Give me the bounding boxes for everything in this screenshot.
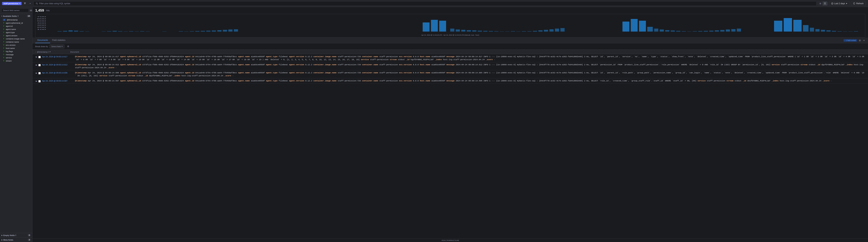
table-row: ▶ Apr 24, 2024 @ 09:00:14.606 @timestamp… <box>32 70 868 79</box>
sidebar-item-stream[interactable]: f stream <box>0 59 32 62</box>
refresh-btn[interactable]: Refresh <box>851 1 866 6</box>
time-range-btn[interactable]: Last 2 days ▾ <box>829 1 849 6</box>
grid-columns-btn[interactable]: ⊞ <box>858 38 861 42</box>
svg-rect-55 <box>494 31 498 32</box>
svg-rect-56 <box>500 31 504 32</box>
svg-rect-46 <box>439 21 446 32</box>
available-fields-header[interactable]: ▾ Available fields ℹ 14 <box>0 14 32 18</box>
svg-rect-99 <box>848 31 853 32</box>
sidebar: ≡ + ▾ Available fields ℹ 14 @ @timestamp… <box>0 7 32 242</box>
svg-rect-24 <box>129 31 133 32</box>
field-search-input[interactable] <box>1 8 29 12</box>
available-fields-count: 14 <box>27 15 31 17</box>
expand-row-3-btn[interactable]: ▶ <box>35 72 38 74</box>
sidebar-item-container-name[interactable]: f container.name <box>0 40 32 43</box>
svg-rect-25 <box>135 31 139 32</box>
column-settings-btn[interactable]: ≡ <box>863 38 865 42</box>
svg-rect-77 <box>682 31 686 32</box>
svg-rect-37 <box>201 31 205 32</box>
service-label: service <box>6 57 12 59</box>
svg-rect-75 <box>671 31 675 32</box>
filter-badge: ≡ <box>29 9 32 11</box>
kql-search-bar[interactable] <box>33 1 816 6</box>
chart-settings-icon-btn[interactable]: ⚙ <box>67 44 70 48</box>
svg-rect-83 <box>715 30 719 32</box>
histogram-time-label: Apr 22, 2024 @ 11:04:20.470 - Apr 24, 20… <box>37 33 864 36</box>
sidebar-item-host-name[interactable]: f host.name <box>0 47 32 50</box>
grid-view-btn[interactable]: ⊞ <box>818 2 823 5</box>
sidebar-item-message[interactable]: f message <box>0 53 32 56</box>
meta-fields-header[interactable]: ▶ Meta fields 3 <box>0 238 32 242</box>
timestamp-col-label: @timestamp <box>37 51 48 53</box>
agent-ephemeral-id-type-badge: f <box>3 22 5 24</box>
sidebar-item-agent-ephemeral-id[interactable]: f agent.ephemeral_id <box>0 21 32 25</box>
sidebar-item-agent-id[interactable]: f agent.id <box>0 25 32 28</box>
app-badge[interactable]: staff-permission ▾ <box>2 2 22 5</box>
row-timestamp-1: Apr 24, 2024 @ 09:00:14.617 <box>42 55 73 58</box>
sidebar-item-agent-type[interactable]: f agent.type <box>0 31 32 34</box>
sidebar-item-agent-version[interactable]: f agent.version <box>0 34 32 37</box>
row-actions-1: ▶ <box>35 55 41 58</box>
svg-rect-36 <box>195 31 199 32</box>
row-document-3: @timestamp Apr 24, 2024 @ 09:00:14.606 a… <box>75 71 865 77</box>
expand-row-1-btn[interactable]: ▶ <box>35 56 38 58</box>
svg-rect-26 <box>140 31 145 32</box>
svg-point-0 <box>30 3 31 4</box>
agent-type-label: agent.type <box>6 31 15 33</box>
svg-rect-53 <box>483 31 488 32</box>
table-header: ↓ @timestamp ℹ ▾ Document <box>32 50 868 54</box>
svg-line-2 <box>37 4 38 4</box>
select-field-btn[interactable]: Select field ▾ <box>50 44 64 49</box>
kql-input[interactable] <box>39 2 814 5</box>
row-actions-2: ▶ <box>35 63 41 66</box>
svg-rect-52 <box>478 31 482 32</box>
available-fields-arrow: ▾ <box>1 15 2 17</box>
svg-rect-11 <box>58 31 62 32</box>
svg-rect-40 <box>217 30 222 32</box>
row-checkbox-4[interactable] <box>38 80 41 83</box>
sidebar-item-service[interactable]: f service <box>0 56 32 59</box>
empty-fields-count: 0 <box>28 234 31 236</box>
expand-row-2-btn[interactable]: ▶ <box>35 64 38 66</box>
timestamp-type-badge: @ <box>3 19 6 21</box>
empty-fields-label: Empty fields <box>3 234 15 236</box>
svg-text:400: 400 <box>37 22 46 24</box>
svg-point-1 <box>36 3 37 4</box>
refresh-label: Refresh <box>856 2 864 5</box>
available-fields-info-icon: ℹ <box>18 15 19 17</box>
svg-rect-91 <box>803 25 808 32</box>
sidebar-item-log-flags[interactable]: f log.flags <box>0 50 32 53</box>
table-row: ▶ Apr 24, 2024 @ 09:00:14.597 @timestamp… <box>32 79 868 84</box>
col-timestamp-header[interactable]: ↓ @timestamp ℹ ▾ <box>35 51 70 53</box>
message-type-badge: f <box>3 54 5 56</box>
row-checkbox-2[interactable] <box>38 64 41 66</box>
tab-field-statistics[interactable]: Field statistics <box>50 37 67 43</box>
settings-icon-btn[interactable] <box>28 2 32 5</box>
svg-rect-23 <box>124 31 128 32</box>
svg-rect-88 <box>774 21 782 32</box>
filter-icon-btn[interactable] <box>23 2 27 5</box>
empty-fields-header[interactable]: ▶ Empty fields ℹ 0 <box>0 233 32 237</box>
sidebar-item-timestamp[interactable]: @ @timestamp <box>0 18 32 21</box>
sidebar-item-container-image-name[interactable]: f container.image.name <box>0 37 32 40</box>
sorted-badge: ↑ 1 field sorted <box>843 39 857 42</box>
histogram-svg: 700 600 500 400 300 200 100 <box>37 16 864 33</box>
svg-rect-44 <box>423 23 429 32</box>
svg-rect-33 <box>179 31 183 32</box>
expand-row-4-btn[interactable]: ▶ <box>35 80 38 83</box>
tab-documents[interactable]: Documents <box>35 37 50 43</box>
table-row: ▶ Apr 24, 2024 @ 09:00:14.612 @timestamp… <box>32 62 868 70</box>
row-checkbox-1[interactable] <box>38 56 41 58</box>
row-actions-4: ▶ <box>35 80 41 83</box>
empty-fields-info-icon: ℹ <box>16 234 16 236</box>
sidebar-item-agent-name[interactable]: f agent.name <box>0 28 32 31</box>
row-checkbox-3[interactable] <box>38 72 41 74</box>
sidebar-item-ecs-version[interactable]: f ecs.version <box>0 43 32 47</box>
container-name-label: container.name <box>6 41 19 43</box>
sidebar-search-area: ≡ + <box>0 7 32 14</box>
app-badge-label: staff-permission <box>3 2 19 5</box>
svg-rect-16 <box>85 31 89 32</box>
list-view-btn[interactable]: ☰ <box>823 2 827 5</box>
svg-rect-69 <box>631 19 638 32</box>
svg-rect-58 <box>511 31 515 32</box>
